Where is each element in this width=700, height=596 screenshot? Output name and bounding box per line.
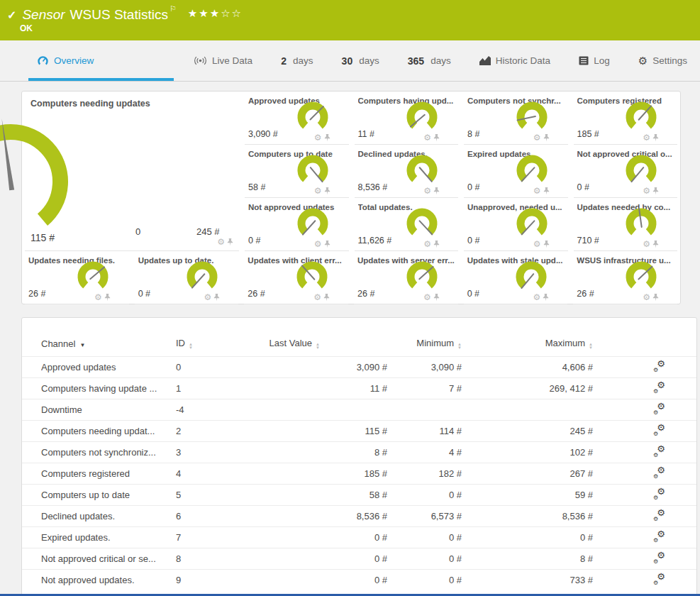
gauge-card[interactable]: Updates with server err...26 #⚙ <box>354 251 458 304</box>
table-row[interactable]: Declined updates.68,536 #6,573 #8,536 #⚙… <box>22 505 696 526</box>
pin-icon[interactable] <box>324 134 330 142</box>
pin-icon[interactable] <box>652 241 659 248</box>
gauge-card[interactable]: Updates with client err...26 #⚙ <box>244 251 348 304</box>
minimum-cell: 6,573 # <box>387 511 462 522</box>
gear-icon[interactable]: ⚙ <box>314 240 322 248</box>
gear-icon[interactable]: ⚙ <box>533 133 541 142</box>
pin-icon[interactable] <box>433 134 440 142</box>
channel-settings-icon[interactable]: ⚙⚙ <box>653 488 665 500</box>
gear-icon[interactable]: ⚙ <box>643 240 650 248</box>
gauge-card[interactable]: Computers not synchr...8 #⚙ <box>464 92 568 145</box>
channel-settings-icon[interactable]: ⚙⚙ <box>653 467 665 478</box>
gear-icon[interactable]: ⚙ <box>423 187 431 195</box>
gear-icon[interactable]: ⚙ <box>217 238 225 246</box>
tab-settings[interactable]: ⚙ Settings <box>630 40 696 81</box>
pin-icon[interactable] <box>543 294 549 302</box>
gauge-card[interactable]: Updates with stale upd...0 #⚙ <box>464 251 568 304</box>
channel-settings-icon[interactable]: ⚙⚙ <box>653 531 665 542</box>
gauge-card[interactable]: Updates up to date.0 #⚙ <box>135 251 239 304</box>
column-header-maximum[interactable]: Maximum▲▼ <box>462 338 593 350</box>
channel-settings-icon[interactable]: ⚙⚙ <box>653 424 665 436</box>
tab-log[interactable]: Log <box>570 40 618 81</box>
gear-icon[interactable]: ⚙ <box>643 187 650 195</box>
column-header-minimum[interactable]: Minimum▲▼ <box>387 338 462 350</box>
gauge-card[interactable]: WSUS infrastructure u...26 #⚙ <box>573 251 677 304</box>
table-row[interactable]: Computers up to date558 #0 #59 #⚙⚙ <box>22 484 696 505</box>
gear-icon[interactable]: ⚙ <box>94 293 102 302</box>
channel-settings-icon[interactable]: ⚙⚙ <box>653 552 665 563</box>
table-row[interactable]: Not approved critical or se...80 #0 #8 #… <box>22 548 696 569</box>
table-row[interactable]: Approved updates03,090 #3,090 #4,606 #⚙⚙ <box>22 356 696 377</box>
gear-icon[interactable]: ⚙ <box>423 293 431 302</box>
table-row[interactable]: Computers not synchroniz...38 #4 #102 #⚙… <box>22 441 696 463</box>
column-header-id[interactable]: ID▲▼ <box>176 338 238 350</box>
column-header-last-value[interactable]: Last Value▲▼ <box>238 338 387 350</box>
gear-icon[interactable]: ⚙ <box>314 133 322 142</box>
gear-icon[interactable]: ⚙ <box>313 293 321 302</box>
tab-2-days[interactable]: 2days <box>272 40 321 81</box>
gear-icon[interactable]: ⚙ <box>314 187 322 195</box>
pin-icon[interactable] <box>433 294 440 302</box>
main-gauge-card[interactable]: Computers needing updates 0 245 # 115 # … <box>22 92 242 251</box>
gauge-card[interactable]: Computers up to date58 #⚙ <box>245 145 349 198</box>
tab-30-days[interactable]: 30days <box>333 40 388 81</box>
table-row[interactable]: Computers registered4185 #182 #267 #⚙⚙ <box>22 463 696 484</box>
channel-cell: Downtime <box>41 404 176 415</box>
pin-icon[interactable] <box>324 241 330 248</box>
gauge-card[interactable]: Declined updates.8,536 #⚙ <box>355 145 459 198</box>
gauge-card[interactable]: Expired updates.0 #⚙ <box>464 145 568 198</box>
maximum-cell: 102 # <box>462 447 593 458</box>
gauge-card[interactable]: Approved updates3,090 #⚙ <box>245 92 349 145</box>
tab-historic-data[interactable]: Historic Data <box>471 40 559 81</box>
table-row[interactable]: Computers having update ...111 #7 #269, … <box>22 377 696 399</box>
channel-settings-icon[interactable]: ⚙⚙ <box>653 360 665 372</box>
table-row[interactable]: Expired updates.70 #0 #0 #⚙⚙ <box>22 526 696 548</box>
pin-icon[interactable] <box>213 294 220 302</box>
pin-icon[interactable] <box>652 294 659 302</box>
gear-icon[interactable]: ⚙ <box>643 133 650 142</box>
gauge-card[interactable]: Updates needed by co...710 #⚙ <box>574 198 678 251</box>
pin-icon[interactable] <box>433 241 440 248</box>
tab-overview[interactable]: Overview <box>28 40 174 81</box>
gauge-card[interactable]: Computers having upd...11 #⚙ <box>355 92 459 145</box>
channel-settings-icon[interactable]: ⚙⚙ <box>653 573 665 585</box>
gauge-card[interactable]: Not approved updates0 #⚙ <box>245 198 349 251</box>
gauge-card[interactable]: Unapproved, needed u...0 #⚙ <box>464 198 568 251</box>
flag-icon[interactable]: ⚐ <box>170 4 177 13</box>
gear-icon[interactable]: ⚙ <box>533 187 541 195</box>
table-row[interactable]: Not approved updates.90 #0 #733 #⚙⚙ <box>22 569 696 590</box>
channel-settings-icon[interactable]: ⚙⚙ <box>653 446 665 457</box>
gauge-value: 26 # <box>577 289 594 299</box>
pin-icon[interactable] <box>324 187 330 195</box>
channel-settings-icon[interactable]: ⚙⚙ <box>653 509 665 521</box>
gear-icon[interactable]: ⚙ <box>423 240 431 248</box>
pin-icon[interactable] <box>543 187 550 195</box>
gear-icon[interactable]: ⚙ <box>423 133 431 142</box>
pin-icon[interactable] <box>543 241 550 248</box>
gear-icon[interactable]: ⚙ <box>533 293 541 302</box>
gear-icon[interactable]: ⚙ <box>533 240 541 248</box>
gauge-card[interactable]: Computers registered185 #⚙ <box>574 92 678 145</box>
gauge-card[interactable]: Total updates.11,626 #⚙ <box>355 198 459 251</box>
gear-icon[interactable]: ⚙ <box>204 293 212 302</box>
pin-icon[interactable] <box>323 294 330 302</box>
channel-settings-icon[interactable]: ⚙⚙ <box>653 403 665 414</box>
pin-icon[interactable] <box>433 187 440 195</box>
priority-stars[interactable]: ★★★☆☆ <box>188 7 243 20</box>
gauge-card[interactable]: Not approved critical o...0 #⚙ <box>574 145 678 198</box>
tab-live-data[interactable]: Live Data <box>185 40 261 81</box>
pin-icon[interactable] <box>104 294 111 302</box>
pin-icon[interactable] <box>543 134 550 142</box>
channel-cell: Computers up to date <box>41 490 176 500</box>
gear-icon[interactable]: ⚙ <box>643 293 650 302</box>
tab-365-days[interactable]: 365days <box>399 40 460 81</box>
pin-icon[interactable] <box>652 187 659 195</box>
table-row[interactable]: Computers needing updat...2115 #114 #245… <box>22 420 696 441</box>
channel-settings-icon[interactable]: ⚙⚙ <box>653 382 665 393</box>
pin-icon[interactable] <box>652 134 659 142</box>
table-row[interactable]: Downtime-4⚙⚙ <box>22 399 696 420</box>
pin-icon[interactable] <box>227 238 233 246</box>
column-header-channel[interactable]: Channel▼ <box>41 338 176 349</box>
gauge-card[interactable]: Updates needing files.26 #⚙ <box>25 251 129 304</box>
gauge-value: 0 # <box>138 289 150 299</box>
